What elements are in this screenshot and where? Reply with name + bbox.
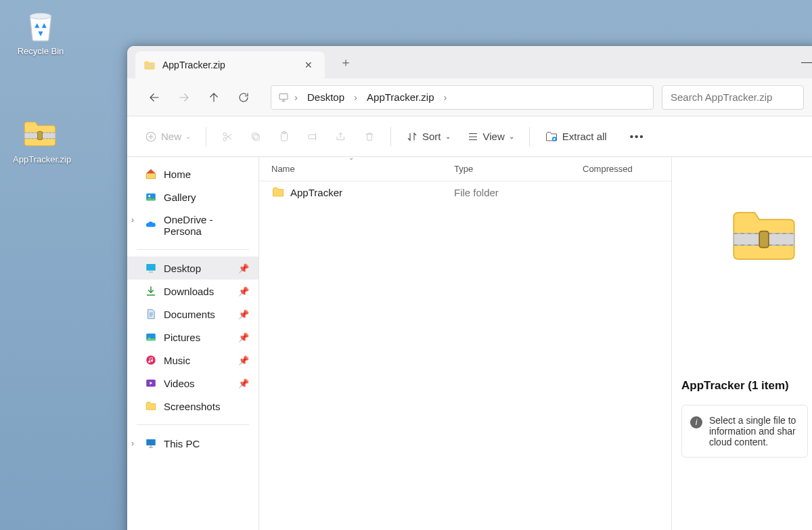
sidebar-item-home[interactable]: Home xyxy=(127,162,258,185)
minimize-button[interactable]: — xyxy=(796,56,812,68)
sidebar-item-desktop[interactable]: Desktop 📌 xyxy=(127,257,258,280)
tab-title: AppTracker.zip xyxy=(162,60,294,70)
breadcrumb-apptracker[interactable]: AppTracker.zip xyxy=(363,91,438,103)
file-type: File folder xyxy=(454,187,583,198)
arrow-left-icon xyxy=(148,91,160,104)
tab-close-button[interactable]: ✕ xyxy=(300,57,317,73)
sort-icon xyxy=(406,131,418,143)
rename-icon xyxy=(307,131,319,143)
sidebar-item-label: Desktop xyxy=(164,263,201,274)
copy-button[interactable] xyxy=(243,127,269,147)
plus-circle-icon xyxy=(145,131,157,143)
desktop-icon-label: Recycle Bin xyxy=(14,46,68,56)
paste-button[interactable] xyxy=(271,127,297,147)
chevron-down-icon: ⌄ xyxy=(509,133,514,140)
sidebar-item-pictures[interactable]: Pictures 📌 xyxy=(127,326,258,349)
column-header-compressed[interactable]: Compressed xyxy=(583,164,671,174)
pin-icon[interactable]: 📌 xyxy=(238,378,249,389)
forward-button[interactable] xyxy=(171,85,198,110)
refresh-button[interactable] xyxy=(230,85,257,110)
desktop-icon-recycle-bin[interactable]: Recycle Bin xyxy=(14,5,68,56)
chevron-down-icon: ⌄ xyxy=(445,133,451,140)
column-header-name[interactable]: Name xyxy=(271,164,454,174)
file-row-apptracker[interactable]: AppTracker File folder xyxy=(259,181,671,203)
sidebar-item-onedrive[interactable]: OneDrive - Persona xyxy=(127,208,258,242)
pin-icon[interactable]: 📌 xyxy=(238,309,249,319)
address-bar[interactable]: › Desktop › AppTracker.zip › xyxy=(271,85,654,110)
pin-icon[interactable]: 📌 xyxy=(238,263,249,273)
chevron-right-icon: › xyxy=(292,91,300,103)
share-button[interactable] xyxy=(328,127,354,147)
monitor-icon xyxy=(278,92,289,103)
svg-point-15 xyxy=(148,195,150,197)
pin-icon[interactable]: 📌 xyxy=(238,332,249,343)
toolbar: New ⌄ Sort ⌄ View ⌄ Extract all ••• xyxy=(127,116,812,157)
svg-rect-2 xyxy=(38,131,43,139)
file-name: AppTracker xyxy=(290,187,342,198)
sort-button[interactable]: Sort ⌄ xyxy=(399,127,457,147)
toolbar-label: Sort xyxy=(422,131,441,142)
svg-rect-24 xyxy=(759,231,769,248)
sort-indicator-icon: ⌄ xyxy=(348,157,354,161)
tab-apptracker[interactable]: AppTracker.zip ✕ xyxy=(135,51,325,79)
sidebar-item-label: Documents xyxy=(164,309,215,320)
desktop-icon-label: AppTracker.zip xyxy=(13,154,67,164)
pictures-icon xyxy=(145,331,157,343)
sidebar-item-music[interactable]: Music 📌 xyxy=(127,349,258,372)
column-header-type[interactable]: Type xyxy=(454,164,583,174)
sidebar-item-label: Screenshots xyxy=(164,401,220,412)
sidebar-item-gallery[interactable]: Gallery xyxy=(127,185,258,208)
extract-folder-icon xyxy=(545,130,558,143)
sidebar-item-videos[interactable]: Videos 📌 xyxy=(127,372,258,395)
onedrive-icon xyxy=(145,219,157,231)
sidebar-item-this-pc[interactable]: This PC xyxy=(127,432,258,455)
search-input[interactable] xyxy=(662,85,804,110)
chevron-right-icon[interactable]: › xyxy=(131,215,134,225)
column-headers: ⌄ Name Type Compressed xyxy=(259,157,671,181)
extract-all-button[interactable]: Extract all xyxy=(538,126,614,148)
zip-folder-icon xyxy=(143,59,156,71)
up-button[interactable] xyxy=(200,85,227,110)
home-icon xyxy=(145,168,157,180)
svg-rect-4 xyxy=(279,93,288,99)
new-button[interactable]: New ⌄ xyxy=(138,127,198,147)
svg-rect-3 xyxy=(145,65,155,66)
back-button[interactable] xyxy=(141,85,168,110)
sidebar-item-downloads[interactable]: Downloads 📌 xyxy=(127,280,258,303)
folder-icon xyxy=(271,185,285,199)
delete-button[interactable] xyxy=(357,127,382,147)
sidebar-item-documents[interactable]: Documents 📌 xyxy=(127,303,258,326)
chevron-right-icon: › xyxy=(441,91,450,103)
scissors-icon xyxy=(221,131,233,143)
details-title: AppTracker (1 item) xyxy=(681,379,808,393)
more-button[interactable]: ••• xyxy=(623,127,652,146)
svg-point-18 xyxy=(146,355,156,365)
sidebar-item-label: Gallery xyxy=(164,192,196,203)
file-list-area: ⌄ Name Type Compressed AppTracker File f… xyxy=(259,157,672,530)
navigation-bar: › Desktop › AppTracker.zip › xyxy=(127,79,812,116)
chevron-right-icon[interactable]: › xyxy=(131,439,134,448)
trash-icon xyxy=(363,131,376,143)
ellipsis-icon: ••• xyxy=(630,131,645,142)
share-icon xyxy=(335,131,347,143)
svg-rect-12 xyxy=(309,135,316,139)
titlebar: AppTracker.zip ✕ ＋ — xyxy=(127,46,812,79)
this-pc-icon xyxy=(145,437,157,449)
pin-icon[interactable]: 📌 xyxy=(238,286,249,296)
rename-button[interactable] xyxy=(300,127,325,147)
desktop-icon-apptracker-zip[interactable]: AppTracker.zip xyxy=(13,114,67,164)
new-tab-button[interactable]: ＋ xyxy=(333,49,359,76)
cut-button[interactable] xyxy=(215,127,240,147)
breadcrumb-desktop[interactable]: Desktop xyxy=(303,91,348,103)
details-pane: AppTracker (1 item) i Select a single fi… xyxy=(672,157,812,530)
view-button[interactable]: View ⌄ xyxy=(460,127,521,147)
videos-icon xyxy=(145,377,157,389)
music-icon xyxy=(145,354,157,366)
sidebar-item-label: Home xyxy=(164,169,191,180)
details-info-box: i Select a single file to information an… xyxy=(681,405,808,458)
refresh-icon xyxy=(238,91,250,104)
sidebar-item-screenshots[interactable]: Screenshots xyxy=(127,395,258,418)
pin-icon[interactable]: 📌 xyxy=(238,355,249,366)
svg-point-0 xyxy=(30,13,51,19)
svg-point-20 xyxy=(151,359,153,361)
